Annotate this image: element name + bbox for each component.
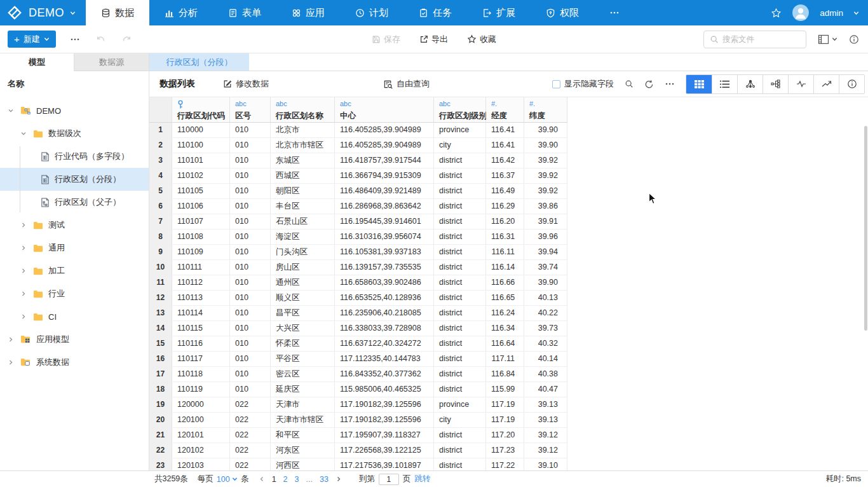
chevron-down-icon[interactable] xyxy=(6,107,15,114)
tree-item-6[interactable]: 测试 xyxy=(0,214,149,237)
table-row[interactable]: 6110106010丰台区116.286968,39.863642distric… xyxy=(149,199,868,214)
tree-item-5[interactable]: 行政区划（父子） xyxy=(0,191,149,214)
table-row[interactable]: 20120100022天津市市辖区117.190182,39.125596cit… xyxy=(149,413,868,428)
save-button[interactable]: 保存 xyxy=(372,34,400,45)
column-header-6[interactable]: #.经度 xyxy=(486,97,524,123)
column-header-3[interactable]: abc行政区划名称 xyxy=(271,97,335,123)
more-options-button[interactable] xyxy=(665,79,675,89)
table-row[interactable]: 2110100010北京市市辖区116.405285,39.904989city… xyxy=(149,138,868,153)
table-row[interactable]: 23120103022河西区117.217536,39.101897distri… xyxy=(149,458,868,470)
tab-open-document[interactable]: 行政区划（分段） xyxy=(149,53,249,71)
goto-page-input[interactable] xyxy=(379,474,399,485)
table-row[interactable]: 3110101010东城区116.418757,39.917544distric… xyxy=(149,153,868,168)
search-input[interactable] xyxy=(722,35,800,44)
nav-more-button[interactable] xyxy=(594,0,635,25)
pulse-view-button[interactable] xyxy=(788,75,813,93)
table-row[interactable]: 14110115010大兴区116.338033,39.728908distri… xyxy=(149,321,868,336)
tree-item-1[interactable]: DEMO xyxy=(0,99,149,122)
tab-model[interactable]: 模型 xyxy=(0,53,74,71)
chevron-right-icon[interactable] xyxy=(19,313,28,320)
table-row[interactable]: 18110119010延庆区115.985006,40.465325distri… xyxy=(149,382,868,397)
nav-item-1[interactable]: 数据 xyxy=(86,0,149,25)
chevron-right-icon[interactable] xyxy=(19,245,28,251)
workspace-switcher[interactable]: DEMO xyxy=(0,4,86,21)
tree-item-11[interactable]: 应用模型 xyxy=(0,328,149,351)
column-header-1[interactable]: 行政区划代码 xyxy=(172,97,230,123)
tree-item-4[interactable]: 行政区划（分段） xyxy=(0,168,149,191)
table-row[interactable]: 4110102010西城区116.366794,39.915309distric… xyxy=(149,168,868,184)
nav-item-6[interactable]: 任务 xyxy=(403,0,467,25)
column-header-5[interactable]: abc行政区划级别 xyxy=(434,97,486,123)
vertical-scrollbar[interactable] xyxy=(864,126,867,331)
tree-item-2[interactable]: 数据级次 xyxy=(0,122,149,145)
prev-page-button[interactable] xyxy=(259,476,265,483)
show-hidden-fields-toggle[interactable]: 显示隐藏字段 xyxy=(552,78,614,90)
export-button[interactable]: 导出 xyxy=(419,34,448,45)
column-header-2[interactable]: abc区号 xyxy=(230,97,271,123)
tab-datasource[interactable]: 数据源 xyxy=(74,53,149,71)
favorites-icon[interactable] xyxy=(771,8,782,18)
chevron-right-icon[interactable] xyxy=(19,268,28,274)
info-view-button[interactable] xyxy=(839,75,864,93)
chevron-right-icon[interactable] xyxy=(6,336,15,343)
page-button-3[interactable]: 3 xyxy=(295,475,299,484)
user-menu-chevron-icon[interactable] xyxy=(853,10,859,16)
table-row[interactable]: 17110118010密云区116.843352,40.377362distri… xyxy=(149,367,868,382)
layout-switch-button[interactable] xyxy=(818,34,837,45)
tree-item-12[interactable]: 系统数据 xyxy=(0,351,149,374)
table-row[interactable]: 5110105010朝阳区116.486409,39.921489distric… xyxy=(149,184,868,199)
chevron-down-icon[interactable] xyxy=(19,130,28,137)
tree-item-7[interactable]: 通用 xyxy=(0,237,149,259)
trend-view-button[interactable] xyxy=(813,75,839,93)
table-row[interactable]: 11110112010通州区116.658603,39.902486distri… xyxy=(149,275,868,291)
table-row[interactable]: 10110111010房山区116.139157,39.735535distri… xyxy=(149,260,868,275)
tree-item-10[interactable]: CI xyxy=(0,305,149,328)
table-row[interactable]: 16110117010平谷区117.112335,40.144783distri… xyxy=(149,352,868,367)
table-row[interactable]: 12110113010顺义区116.653525,40.128936distri… xyxy=(149,291,868,306)
table-row[interactable]: 21120101022和平区117.195907,39.118327distri… xyxy=(149,428,868,443)
nav-item-8[interactable]: 权限 xyxy=(531,0,594,25)
chevron-right-icon[interactable] xyxy=(6,359,15,366)
topology-view-button[interactable] xyxy=(737,75,763,93)
tree-item-3[interactable]: 行业代码（多字段） xyxy=(0,145,149,168)
help-info-button[interactable] xyxy=(849,34,859,45)
nav-item-3[interactable]: 表单 xyxy=(213,0,276,25)
show-hidden-checkbox[interactable] xyxy=(552,80,560,88)
avatar[interactable] xyxy=(792,4,810,22)
table-row[interactable]: 15110116010怀柔区116.637122,40.324272distri… xyxy=(149,336,868,352)
tree-view-button[interactable] xyxy=(763,75,788,93)
table-row[interactable]: 7110107010石景山区116.195445,39.914601distri… xyxy=(149,214,868,230)
redo-button[interactable] xyxy=(121,34,132,45)
chevron-right-icon[interactable] xyxy=(19,291,28,297)
new-button[interactable]: + 新建 xyxy=(8,31,56,48)
list-view-button[interactable] xyxy=(712,75,737,93)
page-button-1[interactable]: 1 xyxy=(272,475,276,484)
nav-item-2[interactable]: 分析 xyxy=(149,0,213,25)
grid-view-button[interactable] xyxy=(686,75,712,93)
nav-item-7[interactable]: 扩展 xyxy=(467,0,531,25)
table-row[interactable]: 19120000022天津市117.190182,39.125596provin… xyxy=(149,397,868,413)
page-button-33[interactable]: 33 xyxy=(320,475,329,484)
goto-button[interactable]: 跳转 xyxy=(414,474,430,484)
table-row[interactable]: 22120102022河东区117.226568,39.122125distri… xyxy=(149,443,868,458)
page-size-select[interactable]: 100 xyxy=(217,475,238,484)
table-row[interactable]: 9110109010门头沟区116.105381,39.937183distri… xyxy=(149,245,868,260)
page-button-2[interactable]: 2 xyxy=(283,475,288,484)
table-row[interactable]: 8110108010海淀区116.310316,39.956074distric… xyxy=(149,230,868,245)
edit-data-button[interactable]: 修改数据 xyxy=(223,78,269,90)
more-actions-button[interactable] xyxy=(70,34,80,45)
table-row[interactable]: 1110000010北京市116.405285,39.904989provinc… xyxy=(149,123,868,138)
free-query-button[interactable]: 自由查询 xyxy=(383,78,430,90)
undo-button[interactable] xyxy=(95,34,106,45)
refresh-button[interactable] xyxy=(644,79,654,89)
column-header-4[interactable]: abc中心 xyxy=(335,97,434,123)
nav-item-5[interactable]: 计划 xyxy=(340,0,403,25)
table-row[interactable]: 13110114010昌平区116.235906,40.218085distri… xyxy=(149,306,868,321)
favorite-button[interactable]: 收藏 xyxy=(467,34,496,45)
column-header-7[interactable]: #.纬度 xyxy=(524,97,567,123)
nav-item-4[interactable]: 应用 xyxy=(276,0,340,25)
next-page-button[interactable] xyxy=(336,476,342,483)
chevron-right-icon[interactable] xyxy=(19,222,28,228)
tree-item-9[interactable]: 行业 xyxy=(0,282,149,305)
table-search-button[interactable] xyxy=(625,79,634,88)
